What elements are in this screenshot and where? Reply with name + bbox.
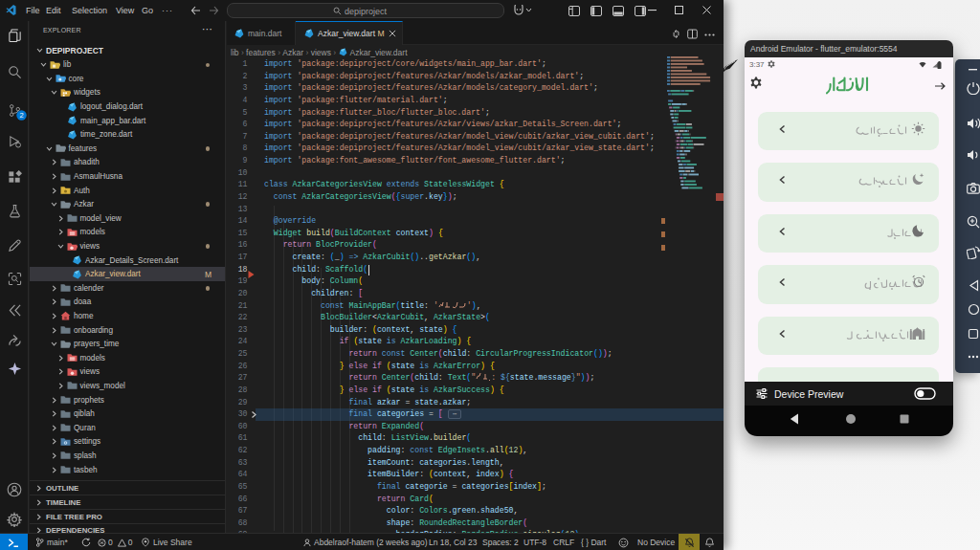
svg-text:2: 2 (19, 111, 23, 120)
